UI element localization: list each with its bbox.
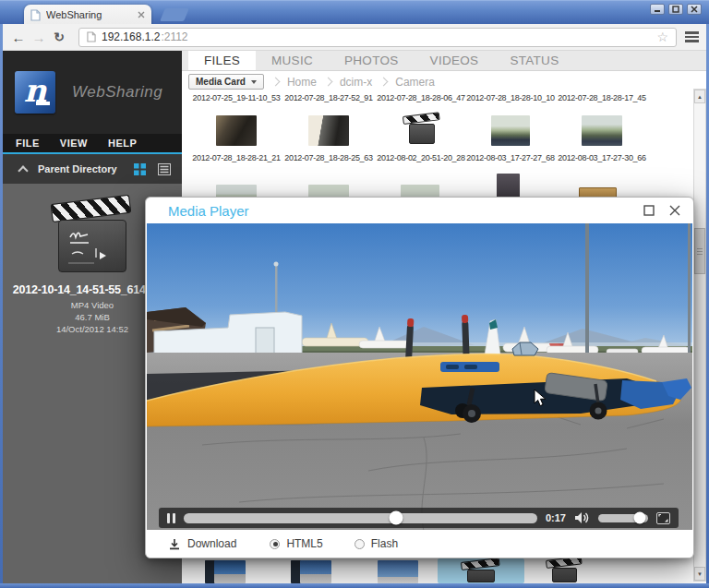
forward-button-icon[interactable]: → <box>29 30 49 45</box>
video-thumbnail-icon <box>464 562 498 582</box>
renderer-option-html5[interactable]: HTML5 <box>270 537 322 550</box>
file-label[interactable]: 2012-07-28_18-28-17_45 <box>554 93 650 102</box>
app-logo-area: n WebSharing <box>3 51 182 134</box>
photo-thumbnail[interactable] <box>216 115 257 146</box>
page-icon <box>87 31 96 42</box>
maximize-icon <box>672 6 679 13</box>
breadcrumb-dcim[interactable]: dcim-x <box>340 76 372 89</box>
video-controls-bar[interactable]: 0:17 <box>159 508 679 528</box>
close-icon <box>691 6 698 13</box>
dialog-title: Media Player <box>168 203 643 219</box>
browser-window: WebSharing ← → ↻ 192.16 <box>0 0 709 588</box>
page-favicon-icon <box>30 9 41 21</box>
fullscreen-icon[interactable] <box>656 512 670 524</box>
download-button[interactable]: Download <box>169 537 236 550</box>
breadcrumb-separator-icon <box>323 78 332 87</box>
file-label[interactable]: 2012-07-28_18-28-21_21 <box>188 153 284 162</box>
dialog-maximize-icon[interactable] <box>643 205 655 216</box>
photo-thumbnail[interactable] <box>205 560 246 583</box>
dialog-footer: Download HTML5 Flash <box>147 530 692 558</box>
browser-titlebar: WebSharing <box>0 0 709 24</box>
menu-file[interactable]: FILE <box>16 138 40 149</box>
parent-directory-row[interactable]: Parent Directory <box>3 154 182 184</box>
file-label[interactable]: 2012-07-28_18-28-25_63 <box>281 153 377 162</box>
video-player[interactable]: 0:17 <box>147 223 692 531</box>
html5-label: HTML5 <box>286 537 322 550</box>
list-view-icon[interactable] <box>158 163 171 175</box>
file-label[interactable]: 2012-07-25_19-11-10_53 <box>188 93 284 102</box>
tab-videos[interactable]: VIDEOS <box>415 51 495 70</box>
breadcrumb-separator-icon <box>379 78 389 87</box>
tab-photos[interactable]: PHOTOS <box>329 51 415 70</box>
elapsed-time: 0:17 <box>546 512 566 523</box>
menu-view[interactable]: VIEW <box>60 138 88 149</box>
url-host: 192.168.1.2 <box>102 30 160 43</box>
app-logo-icon: n <box>15 71 55 114</box>
renderer-option-flash[interactable]: Flash <box>354 537 398 550</box>
dialog-titlebar[interactable]: Media Player <box>146 198 693 223</box>
sidebar-menubar: FILE VIEW HELP <box>3 134 182 154</box>
section-tabs: FILES MUSIC PHOTOS VIDEOS STATUS <box>182 51 706 71</box>
media-player-dialog: Media Player <box>145 197 694 558</box>
breadcrumb-camera[interactable]: Camera <box>395 76 435 89</box>
video-clapperboard-icon <box>55 204 129 272</box>
seek-slider-thumb[interactable] <box>389 511 403 525</box>
window-border <box>0 583 709 588</box>
breadcrumb-home[interactable]: Home <box>287 76 317 89</box>
tab-music[interactable]: MUSIC <box>256 51 329 70</box>
scrollbar-thumb[interactable] <box>694 228 705 274</box>
grid-view-icon[interactable] <box>134 163 146 175</box>
window-minimize-button[interactable] <box>650 4 665 15</box>
video-thumbnail-icon[interactable] <box>549 560 580 582</box>
tab-close-icon[interactable] <box>138 11 145 18</box>
file-label[interactable]: 2012-07-28_18-28-06_47 <box>373 93 469 102</box>
file-label[interactable]: 2012-08-03_17-27-27_68 <box>463 153 559 162</box>
window-border <box>0 24 3 588</box>
flash-label: Flash <box>371 537 398 550</box>
address-bar[interactable]: 192.168.1.2 :2112 ☆ <box>78 28 677 47</box>
minimize-icon <box>654 6 661 13</box>
file-label[interactable]: 2012-08-03_17-27-30_66 <box>554 153 650 162</box>
volume-slider[interactable] <box>598 514 648 522</box>
browser-toolbar: ← → ↻ 192.168.1.2 :2112 ☆ <box>3 24 706 51</box>
seek-slider[interactable] <box>184 513 537 523</box>
photo-thumbnail[interactable] <box>491 115 530 146</box>
new-tab-button[interactable] <box>160 8 189 21</box>
scroll-down-icon[interactable]: ▼ <box>694 567 705 581</box>
radio-selected-icon[interactable] <box>270 539 280 549</box>
browser-menu-icon[interactable] <box>685 31 699 42</box>
browser-tab[interactable]: WebSharing <box>24 5 151 25</box>
pause-icon[interactable] <box>167 513 175 523</box>
photo-thumbnail[interactable] <box>291 560 331 583</box>
file-label[interactable]: 2012-08-02_20-51-20_28 <box>373 153 469 162</box>
volume-icon[interactable] <box>574 511 590 524</box>
media-card-dropdown[interactable]: Media Card <box>188 74 264 90</box>
radio-unselected-icon[interactable] <box>354 539 365 549</box>
url-port: :2112 <box>161 30 187 43</box>
menu-help[interactable]: HELP <box>108 138 137 149</box>
video-thumbnail-icon[interactable] <box>406 116 438 144</box>
window-close-button[interactable] <box>687 4 702 15</box>
app-name: WebSharing <box>72 83 162 102</box>
file-label[interactable]: 2012-07-28_18-28-10_10 <box>463 93 559 102</box>
tab-status[interactable]: STATUS <box>494 51 574 70</box>
bookmark-star-icon[interactable]: ☆ <box>656 30 668 43</box>
back-button-icon[interactable]: ← <box>8 30 29 45</box>
scroll-up-icon[interactable]: ▲ <box>694 90 705 103</box>
tab-files[interactable]: FILES <box>188 51 256 70</box>
selected-grid-item[interactable] <box>438 558 524 583</box>
download-icon <box>169 538 180 550</box>
breadcrumb: Media Card Home dcim-x Camera <box>182 71 706 92</box>
dialog-close-icon[interactable] <box>669 205 680 216</box>
photo-thumbnail[interactable] <box>582 115 622 146</box>
photo-thumbnail[interactable] <box>308 115 349 146</box>
photo-thumbnail[interactable] <box>378 560 418 583</box>
clapper-signature <box>59 222 124 270</box>
breadcrumb-separator-icon <box>270 78 280 87</box>
file-label[interactable]: 2012-07-28_18-27-52_91 <box>281 93 377 102</box>
volume-slider-thumb[interactable] <box>634 512 646 524</box>
reload-button-icon[interactable]: ↻ <box>49 30 69 44</box>
scrollbar[interactable]: ▲ ▼ <box>693 89 706 582</box>
window-maximize-button[interactable] <box>668 4 683 15</box>
parent-directory-label: Parent Directory <box>38 163 134 174</box>
